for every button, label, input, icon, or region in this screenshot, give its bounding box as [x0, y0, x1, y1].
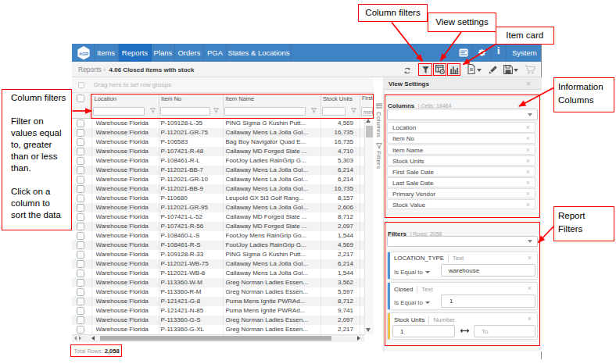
svg-text:AGR: AGR — [78, 51, 88, 55]
